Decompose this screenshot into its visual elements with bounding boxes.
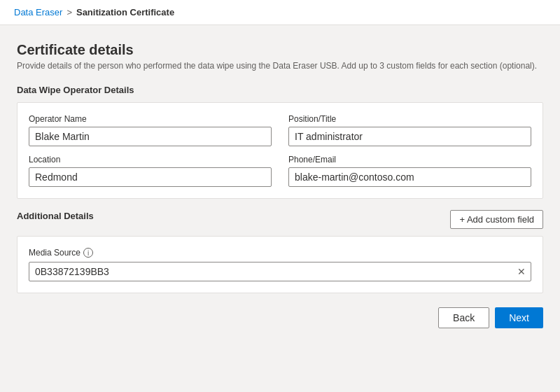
position-title-field: Position/Title: [288, 114, 531, 146]
page-title: Certificate details: [17, 42, 543, 58]
back-button[interactable]: Back: [438, 307, 489, 328]
operator-form-grid: Operator Name Position/Title Location Ph…: [29, 114, 531, 187]
additional-details-label: Additional Details: [17, 211, 94, 221]
breadcrumb-separator: >: [66, 7, 72, 18]
page-subtitle: Provide details of the person who perfor…: [17, 61, 543, 71]
phone-email-label: Phone/Email: [288, 155, 531, 164]
position-title-input[interactable]: [288, 127, 531, 146]
additional-details-header: Additional Details + Add custom field: [17, 210, 543, 229]
phone-email-input[interactable]: [288, 167, 531, 187]
media-source-info-icon[interactable]: i: [83, 248, 93, 258]
main-content: Certificate details Provide details of t…: [0, 25, 560, 388]
breadcrumb-current: Sanitization Certificate: [76, 7, 174, 18]
top-bar: Data Eraser > Sanitization Certificate: [0, 0, 560, 25]
breadcrumb-parent[interactable]: Data Eraser: [14, 7, 62, 18]
media-source-clear-button[interactable]: ✕: [516, 265, 527, 279]
location-label: Location: [29, 155, 272, 164]
next-button[interactable]: Next: [495, 307, 543, 328]
position-title-label: Position/Title: [288, 114, 531, 124]
location-input[interactable]: [29, 167, 272, 187]
operator-name-input[interactable]: [29, 127, 272, 146]
operator-card: Operator Name Position/Title Location Ph…: [17, 102, 543, 199]
media-source-input[interactable]: [29, 262, 531, 281]
media-source-input-wrapper: ✕: [29, 262, 531, 281]
location-field: Location: [29, 155, 272, 187]
additional-details-card: Media Source i ✕: [17, 236, 543, 293]
media-source-label: Media Source: [29, 248, 80, 258]
operator-section-label: Data Wipe Operator Details: [17, 85, 543, 95]
operator-name-label: Operator Name: [29, 114, 272, 124]
operator-name-field: Operator Name: [29, 114, 272, 146]
media-source-label-row: Media Source i: [29, 248, 531, 258]
add-custom-field-button[interactable]: + Add custom field: [450, 210, 543, 229]
phone-email-field: Phone/Email: [288, 155, 531, 187]
footer-actions: Back Next: [17, 307, 543, 328]
